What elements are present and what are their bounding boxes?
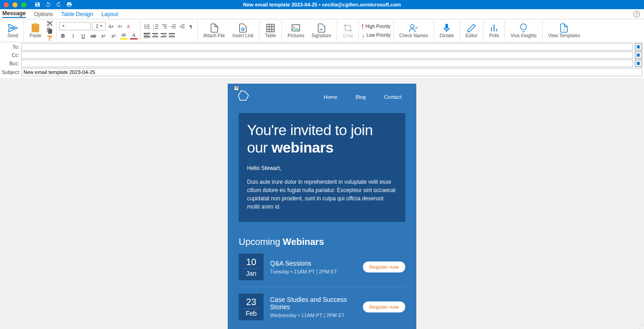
crop-button[interactable]: Crop bbox=[340, 22, 356, 39]
pictures-button[interactable]: Pictures bbox=[285, 22, 307, 39]
nav-home[interactable]: Home bbox=[324, 94, 337, 100]
dictate-button[interactable]: Dictate bbox=[437, 22, 457, 39]
insert-link-button[interactable]: Insert Link bbox=[230, 22, 256, 39]
svg-point-2 bbox=[144, 26, 145, 27]
format-painter-icon[interactable] bbox=[46, 35, 53, 41]
upcoming-title: Upcoming Webinars bbox=[239, 237, 405, 247]
font-family-select[interactable]: ▾ bbox=[59, 22, 91, 30]
svg-rect-9 bbox=[155, 26, 158, 27]
subscript-button[interactable]: x2 bbox=[100, 32, 107, 40]
justify-button[interactable] bbox=[168, 32, 175, 39]
to-label: To: bbox=[2, 44, 19, 50]
email-template[interactable]: ✥ Home Blog Contact You're invited to jo… bbox=[228, 84, 416, 329]
tab-layout[interactable]: Layout bbox=[101, 11, 118, 17]
attach-file-button[interactable]: Attach File bbox=[201, 22, 228, 39]
increase-indent-button[interactable] bbox=[178, 23, 186, 30]
italic-button[interactable]: I bbox=[69, 32, 77, 40]
multilevel-list-button[interactable] bbox=[161, 23, 168, 30]
copy-icon[interactable] bbox=[46, 28, 53, 34]
cc-addressbook-button[interactable] bbox=[635, 51, 642, 59]
subject-label: Subject: bbox=[2, 69, 19, 75]
print-icon[interactable] bbox=[66, 1, 72, 8]
send-button[interactable]: Send bbox=[5, 22, 21, 39]
save-icon[interactable] bbox=[34, 1, 40, 8]
bullet-list-button[interactable] bbox=[144, 23, 151, 30]
svg-point-21 bbox=[242, 28, 245, 31]
view-templates-button[interactable]: View Templates bbox=[546, 22, 583, 39]
svg-point-29 bbox=[411, 25, 414, 28]
undo-icon[interactable] bbox=[45, 1, 51, 8]
bcc-addressbook-button[interactable] bbox=[635, 60, 642, 67]
align-right-button[interactable] bbox=[160, 32, 167, 39]
tab-table-design[interactable]: Table Design bbox=[61, 11, 93, 17]
subject-field[interactable] bbox=[21, 68, 642, 76]
table-button[interactable]: Table bbox=[262, 22, 279, 39]
svg-rect-17 bbox=[172, 28, 176, 28]
highlight-color-button[interactable]: ab bbox=[120, 32, 127, 40]
quick-access bbox=[34, 1, 72, 8]
help-icon[interactable]: ? bbox=[633, 11, 640, 17]
grow-font-icon[interactable]: A▴ bbox=[107, 23, 115, 30]
align-left-button[interactable] bbox=[144, 32, 150, 39]
shrink-font-icon[interactable]: A▾ bbox=[116, 23, 123, 30]
title-bar: New email template 2023-04-25 • cecilia@… bbox=[0, 0, 644, 9]
svg-rect-14 bbox=[164, 28, 167, 28]
svg-rect-3 bbox=[146, 26, 150, 27]
signature-button[interactable]: Signature bbox=[309, 22, 334, 39]
polls-button[interactable]: Polls bbox=[486, 22, 502, 39]
to-addressbook-button[interactable] bbox=[635, 43, 642, 51]
show-marks-button[interactable]: ¶ bbox=[187, 23, 195, 30]
register-button[interactable]: Register now bbox=[363, 301, 405, 312]
high-priority-button[interactable]: !High Priority bbox=[362, 23, 391, 30]
cc-field[interactable] bbox=[21, 51, 633, 59]
paste-button[interactable]: Paste bbox=[27, 22, 44, 39]
clear-formatting-icon[interactable]: A bbox=[125, 23, 132, 30]
svg-rect-11 bbox=[155, 28, 158, 28]
drag-handle-icon[interactable]: ✥ bbox=[234, 86, 239, 91]
webinar-subtitle: Tuesday • 11AM PT | 2PM ET bbox=[270, 269, 363, 274]
svg-rect-22 bbox=[267, 24, 275, 32]
close-window[interactable] bbox=[4, 2, 9, 7]
svg-rect-15 bbox=[172, 24, 176, 25]
nav-contact[interactable]: Contact bbox=[384, 94, 402, 100]
email-canvas[interactable]: ✥ Home Blog Contact You're invited to jo… bbox=[0, 78, 644, 329]
check-names-button[interactable]: Check Names bbox=[397, 22, 431, 39]
to-field[interactable] bbox=[21, 43, 633, 51]
date-box: 23 Feb bbox=[239, 294, 264, 320]
bcc-field[interactable] bbox=[21, 60, 633, 67]
svg-rect-18 bbox=[181, 24, 184, 25]
strikethrough-button[interactable]: ab bbox=[90, 32, 97, 40]
minimize-window[interactable] bbox=[12, 2, 17, 7]
cc-label: Cc: bbox=[2, 52, 19, 58]
low-priority-button[interactable]: ↓Low Priority bbox=[362, 32, 391, 39]
svg-rect-13 bbox=[163, 26, 167, 26]
svg-point-0 bbox=[144, 24, 145, 25]
svg-rect-1 bbox=[146, 24, 150, 25]
nav-blog[interactable]: Blog bbox=[356, 94, 366, 100]
resize-handle-icon[interactable]: ⋰ bbox=[639, 323, 644, 329]
svg-rect-16 bbox=[172, 26, 176, 26]
superscript-button[interactable]: x2 bbox=[110, 32, 117, 40]
upcoming-section: Upcoming Webinars 10 Jan Q&A Sessions Tu… bbox=[228, 233, 416, 329]
tab-message[interactable]: Message bbox=[2, 10, 26, 18]
svg-point-4 bbox=[144, 28, 145, 28]
logo-icon bbox=[237, 90, 251, 104]
decrease-indent-button[interactable] bbox=[170, 23, 177, 30]
register-button[interactable]: Register now bbox=[363, 261, 405, 272]
svg-rect-5 bbox=[146, 28, 150, 28]
redo-icon[interactable] bbox=[56, 1, 62, 8]
font-color-button[interactable]: A bbox=[130, 32, 138, 40]
editor-button[interactable]: Editor bbox=[463, 22, 480, 39]
maximize-window[interactable] bbox=[21, 2, 26, 7]
svg-rect-20 bbox=[181, 28, 184, 28]
webinar-title: Q&A Sessions bbox=[270, 260, 363, 267]
viva-insights-button[interactable]: Viva Insights bbox=[508, 22, 540, 39]
font-size-select[interactable]: 1▾ bbox=[92, 22, 106, 30]
numbered-list-button[interactable]: 123 bbox=[152, 23, 160, 30]
ribbon: Send Paste ▾ 1▾ A▴ A▾ A B I U bbox=[0, 19, 644, 42]
bold-button[interactable]: B bbox=[59, 32, 67, 40]
align-center-button[interactable] bbox=[152, 32, 159, 39]
underline-button[interactable]: U bbox=[80, 32, 87, 40]
tab-options[interactable]: Options bbox=[34, 11, 53, 17]
cut-icon[interactable] bbox=[46, 20, 53, 27]
